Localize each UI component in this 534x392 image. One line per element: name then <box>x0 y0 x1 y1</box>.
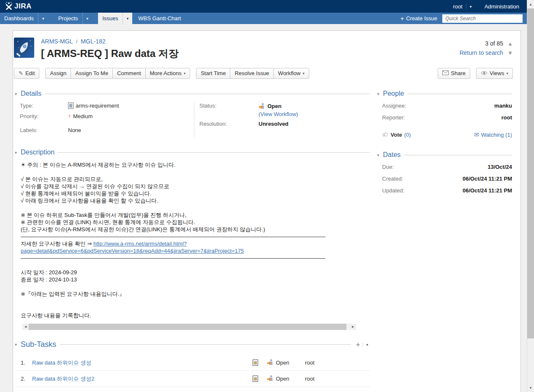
description-line: 시작 일자 : 2024-09-29 <box>21 269 370 276</box>
section-rule <box>404 155 512 155</box>
resolve-issue-button[interactable]: Resolve Issue <box>230 68 274 79</box>
section-rule <box>60 344 351 345</box>
subtask-link[interactable]: Raw data 하위이슈 생성 <box>32 359 253 367</box>
resolution-value: Unresolved <box>259 121 289 127</box>
vote-link[interactable]: Vote (0) <box>382 131 411 138</box>
issue-type-icon <box>68 103 74 109</box>
watching-link[interactable]: ✉ Watching (1) <box>474 131 512 138</box>
collapse-triangle-icon[interactable]: ▾ <box>15 342 21 347</box>
description-body: ☀ 주의 : 본 이슈는 A-RMS에서 제공하는 요구사항 이슈 입니다. √… <box>15 161 370 319</box>
collapse-triangle-icon[interactable]: ▾ <box>15 92 21 96</box>
description-line: 자세한 요구사항 내용 확인 ⇒ http://www.a-rms.net/ar… <box>21 240 370 247</box>
jira-logo[interactable]: JIRA <box>5 1 32 11</box>
updated-label: Updated: <box>382 187 405 194</box>
reporter-value: root <box>501 114 512 121</box>
thumbs-up-icon <box>382 131 389 138</box>
breadcrumb: ARMS-MGL / MGL-182 <box>41 38 420 45</box>
breadcrumb-project-link[interactable]: ARMS-MGL <box>41 38 73 45</box>
assign-button[interactable]: Assign <box>45 68 71 79</box>
scroll-up-icon[interactable]: ▲ <box>527 1 534 8</box>
subtask-status: Open <box>276 376 289 382</box>
scroll-down-icon[interactable]: ▼ <box>527 384 534 391</box>
share-button[interactable]: Share <box>438 68 470 79</box>
people-heading[interactable]: People <box>383 90 404 97</box>
project-avatar[interactable] <box>14 38 34 58</box>
breadcrumb-issue-key-link[interactable]: MGL-182 <box>81 38 105 45</box>
description-horizontal-scrollbar[interactable]: ◄ ► <box>22 324 356 330</box>
chevron-down-icon[interactable]: ▾ <box>82 13 93 24</box>
pager-count: 3 of 85 <box>485 40 503 47</box>
description-line: √ 현황 통계에서 배제되어 불이익을 받을 수 있습니다. <box>21 190 370 197</box>
create-issue-label: Create Issue <box>406 15 437 22</box>
vote-label: Vote <box>391 132 402 138</box>
assign-to-me-button[interactable]: Assign To Me <box>71 68 113 79</box>
top-app-bar: JIRA root ▾ Administration <box>0 0 527 13</box>
next-issue-icon[interactable]: ▼ <box>507 50 513 56</box>
nav-wbs-gantt-chart[interactable]: WBS Gantt-Chart <box>134 13 185 24</box>
more-actions-button[interactable]: More Actions ▾ <box>145 68 191 79</box>
details-section-header: ▾ Details <box>15 90 370 97</box>
issue-pager: 3 of 85 ▲ Return to search ▼ <box>420 38 513 60</box>
collapse-triangle-icon[interactable]: ▾ <box>15 150 21 155</box>
page-scrollbar[interactable]: ▲ ▼ <box>527 0 534 392</box>
labels-value: None <box>68 127 81 133</box>
chevron-down-icon[interactable]: ▾ <box>38 13 48 24</box>
edit-button-label: Edit <box>25 68 35 78</box>
open-status-icon <box>267 375 274 383</box>
nav-dashboards[interactable]: Dashboards ▾ <box>0 13 48 24</box>
collapse-triangle-icon[interactable]: ▾ <box>377 153 383 157</box>
collapse-triangle-icon[interactable]: ▾ <box>377 92 383 96</box>
section-rule <box>45 94 370 94</box>
subtask-link[interactable]: Raw data 하위이슈 생성2 <box>32 375 253 383</box>
breadcrumb-separator: / <box>76 38 78 45</box>
description-section-header: ▾ Description <box>15 149 370 156</box>
subtask-status: Open <box>276 360 289 366</box>
subtasks-section-header: ▾ Sub-Tasks + ▾ <box>15 340 370 349</box>
administration-link[interactable]: Administration <box>485 3 519 10</box>
resolution-label: Resolution: <box>199 121 259 127</box>
edit-button[interactable]: ✎ Edit <box>14 68 39 79</box>
scroll-left-icon[interactable]: ◄ <box>22 324 29 330</box>
type-value: arms-requirement <box>76 103 119 109</box>
comment-button[interactable]: Comment <box>112 68 145 79</box>
quick-search-input[interactable] <box>442 14 523 23</box>
chevron-down-icon[interactable]: ▾ <box>123 13 133 24</box>
nav-projects[interactable]: Projects ▾ <box>54 13 93 24</box>
description-line <box>21 283 370 290</box>
open-status-icon <box>267 359 274 367</box>
labels-label: Labels: <box>15 127 68 133</box>
subtask-options-icon[interactable]: ▾ <box>362 343 370 347</box>
description-heading[interactable]: Description <box>21 149 54 156</box>
scroll-right-icon[interactable]: ► <box>350 324 356 330</box>
return-to-search-link[interactable]: Return to search <box>460 49 504 56</box>
add-subtask-button[interactable]: + <box>354 341 362 349</box>
assignee-label: Assignee: <box>382 103 406 109</box>
subtasks-heading[interactable]: Sub-Tasks <box>21 340 56 349</box>
issue-title: [ ARMS-REQ ] Raw data 저장 <box>41 47 420 60</box>
nav-issues[interactable]: Issues ▾ <box>98 13 132 24</box>
pencil-icon: ✎ <box>19 68 23 78</box>
description-line: ————————————————————————————————————————… <box>21 233 355 240</box>
description-url-link[interactable]: page=detail&pdService=6&pdServiceVersion… <box>21 248 244 254</box>
updated-value: 06/Oct/24 11:21 PM <box>463 187 512 194</box>
description-line <box>21 305 370 312</box>
page-scrollbar-thumb[interactable] <box>527 8 534 338</box>
dates-heading[interactable]: Dates <box>383 151 401 159</box>
description-line: ————————————————————————————————————————… <box>21 254 355 262</box>
start-time-button[interactable]: Start Time <box>196 68 230 79</box>
horizontal-scrollbar-thumb[interactable] <box>29 324 346 330</box>
description-url-link[interactable]: http://www.a-rms.net/arms/detail.html? <box>93 241 187 247</box>
created-label: Created: <box>382 176 403 182</box>
previous-issue-icon[interactable]: ▲ <box>507 41 513 47</box>
details-heading[interactable]: Details <box>21 90 41 97</box>
view-workflow-link[interactable]: (View Workflow) <box>259 111 298 117</box>
views-button[interactable]: Views ▾ <box>476 68 513 79</box>
workflow-button[interactable]: Workflow ▾ <box>273 68 309 79</box>
description-line: √ 아래 링크에서 요구사항을 내용을 확인 할 수 있습니다. <box>21 197 370 204</box>
status-value: Open <box>267 103 281 109</box>
nav-wbs-label: WBS Gantt-Chart <box>134 15 185 22</box>
create-issue-button[interactable]: + Create Issue <box>400 15 437 22</box>
user-menu[interactable]: root ▾ <box>450 3 475 10</box>
section-rule <box>58 152 370 153</box>
comment-label: Comment <box>117 68 141 78</box>
